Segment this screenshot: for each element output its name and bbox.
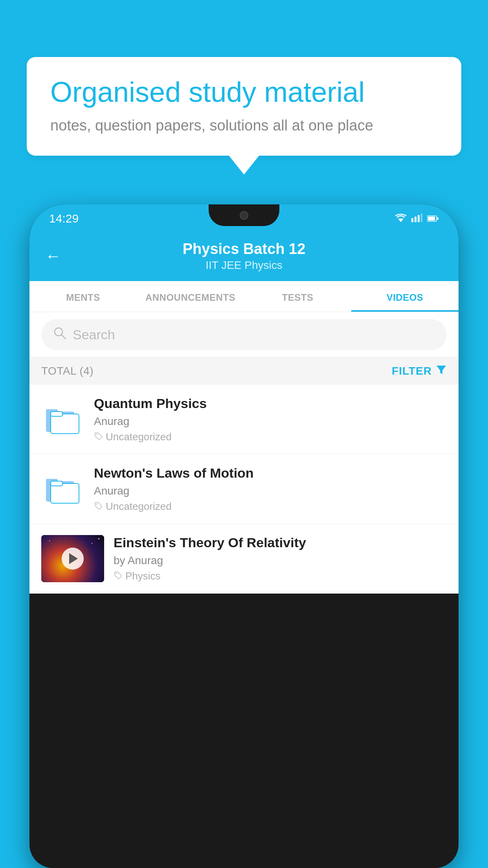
video-author: by Anurag (114, 554, 447, 567)
phone-content: 14:29 (29, 204, 459, 868)
video-title: Einstein's Theory Of Relativity (114, 535, 447, 550)
tag-icon (114, 570, 122, 582)
tab-announcements[interactable]: ANNOUNCEMENTS (137, 281, 244, 312)
app-header: ← Physics Batch 12 IIT JEE Physics (29, 233, 459, 281)
video-tag: Physics (114, 570, 447, 582)
svg-rect-13 (51, 414, 79, 434)
folder-icon-container (41, 400, 84, 439)
tabs-bar: MENTS ANNOUNCEMENTS TESTS VIDEOS (29, 281, 459, 312)
play-button[interactable] (62, 548, 84, 570)
search-input[interactable]: Search (73, 327, 115, 342)
svg-point-8 (55, 328, 62, 336)
search-bar[interactable]: Search (41, 319, 447, 350)
list-item[interactable]: Einstein's Theory Of Relativity by Anura… (29, 524, 459, 594)
signal-icon (411, 213, 422, 225)
speech-bubble-subtext: notes, question papers, solutions all at… (50, 117, 438, 134)
svg-rect-2 (415, 217, 416, 222)
status-bar: 14:29 (29, 204, 459, 233)
status-icons (395, 213, 439, 225)
svg-rect-3 (418, 215, 420, 222)
svg-point-15 (96, 434, 97, 435)
video-title: Newton's Laws of Motion (94, 465, 447, 481)
video-author: Anurag (94, 415, 447, 428)
svg-rect-6 (428, 217, 435, 221)
svg-rect-1 (411, 218, 413, 222)
total-count: TOTAL (4) (41, 365, 94, 377)
video-thumbnail (41, 535, 104, 582)
camera-dot (240, 211, 248, 220)
tab-tests[interactable]: TESTS (244, 281, 351, 312)
svg-rect-14 (51, 412, 62, 416)
filter-funnel-icon (436, 364, 447, 378)
filter-button[interactable]: FILTER (392, 364, 447, 378)
video-title: Quantum Physics (94, 396, 447, 411)
folder-icon-container (41, 469, 84, 509)
batch-subtitle: IIT JEE Physics (73, 259, 415, 272)
svg-point-21 (116, 573, 117, 574)
tab-ments[interactable]: MENTS (29, 281, 137, 312)
header-title-block: Physics Batch 12 IIT JEE Physics (73, 241, 415, 272)
filter-row: TOTAL (4) FILTER (29, 357, 459, 385)
phone-notch (209, 204, 279, 226)
phone-frame: 14:29 (29, 204, 459, 868)
video-info: Newton's Laws of Motion Anurag Uncategor… (94, 465, 447, 513)
speech-bubble-section: Organised study material notes, question… (27, 57, 461, 156)
batch-title: Physics Batch 12 (73, 241, 415, 257)
video-info: Einstein's Theory Of Relativity by Anura… (114, 535, 447, 582)
tag-icon (94, 500, 103, 513)
svg-rect-4 (421, 213, 422, 222)
svg-point-20 (96, 504, 97, 505)
search-bar-container: Search (29, 312, 459, 357)
video-tag: Uncategorized (94, 431, 447, 443)
svg-marker-0 (398, 219, 404, 222)
speech-bubble-card: Organised study material notes, question… (27, 57, 461, 156)
svg-rect-18 (51, 484, 79, 503)
video-list: Quantum Physics Anurag Uncategorized (29, 385, 459, 594)
wifi-icon (395, 213, 407, 225)
tag-icon (94, 431, 103, 443)
battery-icon (427, 213, 439, 225)
tab-videos[interactable]: VIDEOS (351, 281, 459, 312)
svg-rect-19 (51, 481, 62, 486)
video-info: Quantum Physics Anurag Uncategorized (94, 396, 447, 443)
svg-line-9 (62, 335, 66, 339)
back-button[interactable]: ← (45, 247, 61, 265)
list-item[interactable]: Newton's Laws of Motion Anurag Uncategor… (29, 454, 459, 524)
video-tag: Uncategorized (94, 500, 447, 513)
status-time: 14:29 (49, 212, 79, 225)
list-item[interactable]: Quantum Physics Anurag Uncategorized (29, 385, 459, 454)
video-author: Anurag (94, 485, 447, 497)
svg-rect-7 (437, 217, 438, 220)
speech-bubble-heading: Organised study material (50, 77, 438, 108)
search-icon (53, 326, 66, 343)
svg-marker-10 (437, 366, 446, 374)
